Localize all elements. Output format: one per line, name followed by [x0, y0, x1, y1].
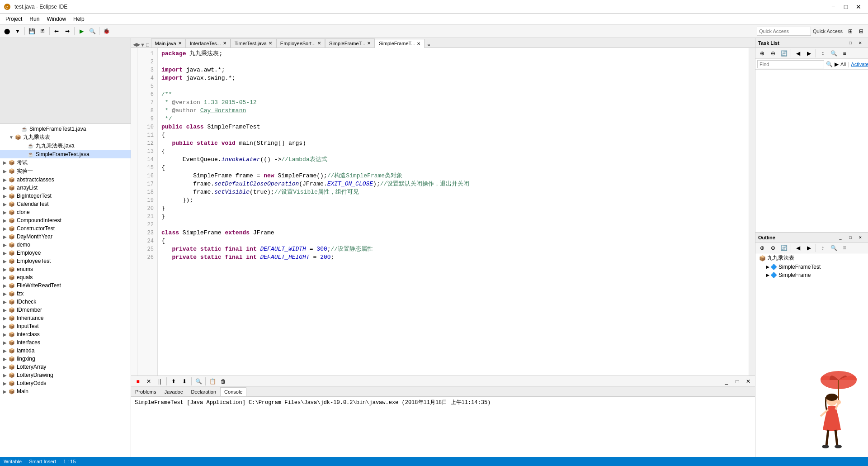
outline-item-0[interactable]: 📦九九乘法表: [755, 253, 868, 263]
console-close[interactable]: ✕: [743, 376, 753, 386]
console-btn-2[interactable]: ✕: [144, 376, 154, 386]
tab-menu[interactable]: ▼: [140, 42, 145, 48]
tree-item-26[interactable]: ▶📦interfaces: [0, 338, 131, 347]
console-btn-5[interactable]: ⬇: [179, 376, 189, 386]
tree-item-14[interactable]: ▶📦demo: [0, 241, 131, 249]
outline-max[interactable]: □: [845, 233, 855, 243]
tab-scroll-left[interactable]: ◀: [133, 42, 137, 48]
tree-item-10[interactable]: ▶📦clone: [0, 208, 131, 216]
tl-btn1[interactable]: ⊕: [757, 48, 767, 58]
tab-close-4[interactable]: ✕: [367, 41, 371, 46]
ol-btn5[interactable]: ▶: [804, 243, 814, 253]
console-min[interactable]: _: [722, 376, 731, 386]
tree-item-11[interactable]: ▶📦CompoundInterest: [0, 216, 131, 224]
tree-item-32[interactable]: ▶📦Main: [0, 387, 131, 395]
tree-item-21[interactable]: ▶📦IDcheck: [0, 298, 131, 306]
scrollbar-right[interactable]: [749, 48, 755, 376]
editor-tab-2[interactable]: TimerTest.java✕: [231, 38, 276, 48]
ol-btn1[interactable]: ⊕: [757, 243, 767, 253]
menu-run[interactable]: Run: [26, 15, 43, 23]
bottom-tab-console[interactable]: Console: [220, 387, 246, 396]
tl-btn4[interactable]: ◀: [793, 48, 803, 58]
tree-item-30[interactable]: ▶📦LotteryDrawing: [0, 371, 131, 379]
ol-btn2[interactable]: ⊖: [768, 243, 778, 253]
console-max[interactable]: □: [732, 376, 742, 386]
toolbar-btn-run[interactable]: ▶: [76, 26, 86, 36]
tl-btn8[interactable]: ≡: [840, 48, 849, 58]
outline-min[interactable]: _: [835, 233, 845, 243]
editor-tab-1[interactable]: InterfaceTes...✕: [186, 38, 231, 48]
tree-item-25[interactable]: ▶📦interclass: [0, 330, 131, 338]
menu-help[interactable]: Help: [70, 15, 88, 23]
console-btn-4[interactable]: ⬆: [169, 376, 179, 386]
toolbar-btn-5[interactable]: ➡: [62, 26, 72, 36]
tree-item-4[interactable]: ▶📦考试: [0, 158, 131, 167]
tl-btn3[interactable]: 🔄: [779, 48, 789, 58]
editor-tab-5[interactable]: SimpleFrameT...✕: [375, 39, 425, 48]
toolbar-btn-4[interactable]: ⬅: [52, 26, 61, 36]
tab-close-5[interactable]: ✕: [417, 41, 420, 46]
tree-item-15[interactable]: ▶📦Employee: [0, 249, 131, 257]
tl-btn5[interactable]: ▶: [804, 48, 814, 58]
tree-item-5[interactable]: ▶📦实验一: [0, 167, 131, 176]
outline-close[interactable]: ✕: [855, 233, 865, 243]
bottom-tab-declaration[interactable]: Declaration: [187, 387, 220, 396]
toolbar-btn-debug[interactable]: 🐞: [101, 26, 111, 36]
tree-item-31[interactable]: ▶📦LotteryOdds: [0, 379, 131, 387]
console-btn-3[interactable]: ||: [155, 376, 165, 386]
console-btn-6[interactable]: 🔍: [193, 376, 203, 386]
ol-btn3[interactable]: 🔄: [779, 243, 789, 253]
editor-tab-4[interactable]: SimpleFrameT...✕: [325, 38, 375, 48]
ol-btn6[interactable]: ↕: [818, 243, 828, 253]
bottom-tab-problems[interactable]: Problems: [131, 387, 160, 396]
tab-max[interactable]: □: [146, 42, 149, 48]
task-list-close[interactable]: ✕: [855, 38, 865, 48]
tab-close-0[interactable]: ✕: [178, 41, 182, 46]
outline-item-1[interactable]: ▶🔷SimpleFrameTest: [755, 263, 868, 271]
tree-item-7[interactable]: ▶📦arrayList: [0, 184, 131, 192]
ol-btn8[interactable]: ≡: [840, 243, 849, 253]
maximize-button[interactable]: □: [840, 2, 852, 12]
toolbar-btn-1[interactable]: ⬤: [2, 26, 12, 36]
tl-btn7[interactable]: 🔍: [829, 48, 839, 58]
tl-btn6[interactable]: ↕: [818, 48, 828, 58]
code-editor[interactable]: package 九九乘法表;import java.awt.*;import j…: [158, 48, 749, 376]
activate-link[interactable]: Activate...: [851, 62, 868, 67]
toolbar-btn-save[interactable]: 💾: [27, 26, 37, 36]
tree-item-12[interactable]: ▶📦ConstructorTest: [0, 224, 131, 233]
tree-item-23[interactable]: ▶📦Inheritance: [0, 314, 131, 322]
toolbar-btn-2[interactable]: ▼: [13, 26, 23, 36]
tab-scroll-right[interactable]: ▶: [137, 42, 140, 48]
tree-item-20[interactable]: ▶📦fzx: [0, 290, 131, 298]
tab-close-2[interactable]: ✕: [269, 41, 272, 46]
toolbar-btn-6[interactable]: 🔍: [87, 26, 97, 36]
minimize-button[interactable]: −: [827, 2, 839, 12]
tab-close-1[interactable]: ✕: [223, 41, 226, 46]
tree-item-27[interactable]: ▶📦lambda: [0, 347, 131, 355]
tree-item-13[interactable]: ▶📦DayMonthYear: [0, 233, 131, 241]
console-btn-7[interactable]: 📋: [208, 376, 217, 386]
tree-item-9[interactable]: ▶📦CalendarTest: [0, 200, 131, 208]
tree-item-19[interactable]: ▶📦FileWriteReadTest: [0, 281, 131, 290]
tl-btn2[interactable]: ⊖: [768, 48, 778, 58]
tree-item-0[interactable]: ☕SimpleFrameTest1.java: [0, 125, 131, 133]
console-btn-8[interactable]: 🗑: [218, 376, 228, 386]
close-button[interactable]: ✕: [853, 2, 864, 12]
toolbar-btn-layout[interactable]: ⊟: [856, 26, 866, 36]
task-list-min[interactable]: _: [835, 38, 845, 48]
console-stop[interactable]: ■: [133, 376, 143, 386]
quick-access-input[interactable]: [757, 27, 811, 36]
task-list-max[interactable]: □: [845, 38, 855, 48]
tree-item-28[interactable]: ▶📦lingxing: [0, 355, 131, 363]
tree-item-16[interactable]: ▶📦EmployeeTest: [0, 257, 131, 265]
bottom-tab-javadoc[interactable]: Javadoc: [160, 387, 187, 396]
tabs-overflow[interactable]: »: [425, 42, 433, 48]
tree-item-6[interactable]: ▶📦abstractclasses: [0, 176, 131, 184]
tree-item-24[interactable]: ▶📦InputTest: [0, 322, 131, 330]
tree-item-17[interactable]: ▶📦enums: [0, 265, 131, 273]
editor-tab-0[interactable]: Main.java✕: [151, 38, 186, 48]
tree-item-18[interactable]: ▶📦equals: [0, 273, 131, 281]
tree-item-8[interactable]: ▶📦BigIntegerTest: [0, 192, 131, 200]
ol-btn4[interactable]: ◀: [793, 243, 803, 253]
editor-tab-3[interactable]: EmployeeSort...✕: [276, 38, 325, 48]
